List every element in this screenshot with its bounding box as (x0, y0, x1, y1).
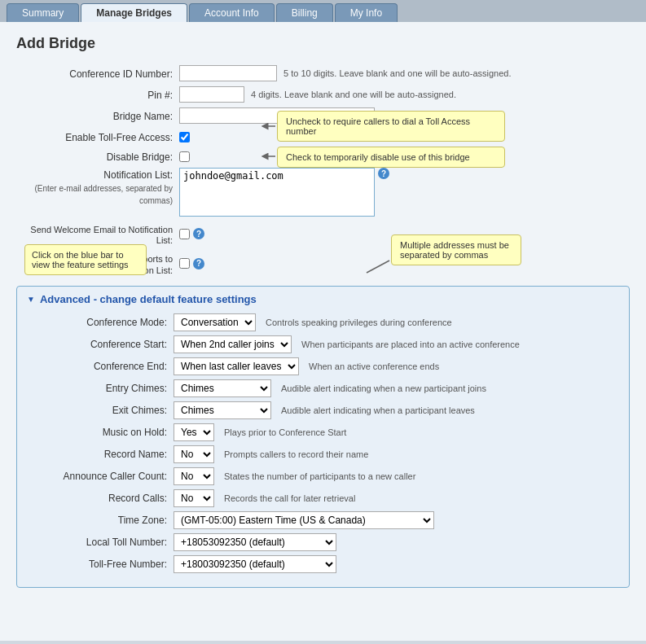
adv-label-7: Announce Caller Count: (27, 471, 174, 482)
adv-hint-5: Plays prior to Conference Start (224, 427, 346, 437)
adv-control-5: YesNoPlays prior to Conference Start (174, 423, 346, 441)
tab-account-info[interactable]: Account Info (189, 3, 275, 22)
pin-row: Pin #: 4 digits. Leave blank and one wil… (16, 86, 630, 103)
adv-hint-7: States the number of participants to a n… (224, 471, 415, 481)
adv-label-5: Music on Hold: (27, 427, 174, 438)
adv-hint-8: Records the call for later retrieval (224, 493, 355, 503)
disable-bridge-label: Disable Bridge: (16, 148, 179, 163)
adv-row-2: Conference End:When last caller leavesMa… (27, 357, 619, 375)
pin-hint: 4 digits. Leave blank and one will be au… (251, 86, 456, 99)
adv-label-6: Record Name: (27, 449, 174, 460)
adv-control-10: +18053092350 (default) (174, 533, 336, 551)
adv-label-2: Conference End: (27, 361, 174, 372)
adv-label-10: Local Toll Number: (27, 537, 174, 548)
tab-summary[interactable]: Summary (7, 3, 79, 22)
adv-select-2[interactable]: When last caller leavesManuallyNever (174, 357, 299, 375)
adv-label-8: Record Calls: (27, 493, 174, 504)
triangle-icon: ▼ (27, 295, 35, 304)
adv-row-3: Entry Chimes:ChimesNoneName AnnounceAudi… (27, 379, 619, 397)
adv-row-7: Announce Caller Count:NoYesStates the nu… (27, 467, 619, 485)
send-conference-help-icon[interactable]: ? (193, 258, 204, 269)
adv-control-9: (GMT-05:00) Eastern Time (US & Canada)(G… (174, 511, 434, 529)
bottom-buttons: Create Bridge Cancel (0, 641, 646, 644)
adv-select-5[interactable]: YesNo (174, 423, 214, 441)
notification-input[interactable]: johndoe@gmail.com (179, 168, 375, 217)
adv-label-9: Time Zone: (27, 515, 174, 526)
tooltip-multiaddr: Multiple addresses must be separated by … (391, 234, 521, 265)
adv-select-6[interactable]: NoYes (174, 445, 214, 463)
adv-hint-1: When participants are placed into an act… (301, 340, 520, 349)
tooltip-disable: Check to temporarily disable use of this… (277, 147, 505, 168)
tab-billing[interactable]: Billing (276, 3, 333, 22)
adv-label-3: Entry Chimes: (27, 383, 174, 394)
adv-row-1: Conference Start:When 2nd caller joinsIm… (27, 335, 619, 353)
adv-row-10: Local Toll Number:+18053092350 (default) (27, 533, 619, 551)
conference-id-row: Conference ID Number: 5 to 10 digits. Le… (16, 65, 630, 81)
send-welcome-label: Send Welcome Email to Notification List: (16, 221, 179, 246)
advanced-title: Advanced - change default feature settin… (40, 293, 257, 305)
conference-id-hint: 5 to 10 digits. Leave blank and one will… (283, 65, 511, 78)
adv-hint-2: When an active conference ends (309, 361, 439, 371)
adv-row-0: Conference Mode:ConversationPresentation… (27, 313, 619, 331)
notification-label: Notification List: (Enter e-mail address… (16, 168, 179, 208)
send-conference-checkbox[interactable] (179, 258, 190, 269)
adv-row-6: Record Name:NoYesPrompts callers to reco… (27, 445, 619, 463)
adv-control-7: NoYesStates the number of participants t… (174, 467, 415, 485)
adv-row-11: Toll-Free Number:+18003092350 (default) (27, 555, 619, 573)
adv-hint-3: Audible alert indicating when a new part… (281, 383, 486, 393)
conference-id-label: Conference ID Number: (16, 65, 179, 80)
tab-manage-bridges[interactable]: Manage Bridges (81, 3, 187, 22)
adv-label-0: Conference Mode: (27, 317, 174, 328)
tab-my-info[interactable]: My Info (335, 3, 398, 22)
adv-control-11: +18003092350 (default) (174, 555, 336, 573)
advanced-header[interactable]: ▼ Advanced - change default feature sett… (27, 293, 619, 305)
adv-label-11: Toll-Free Number: (27, 559, 174, 570)
adv-select-1[interactable]: When 2nd caller joinsImmediatelyManually (174, 335, 292, 353)
adv-select-4[interactable]: ChimesNoneName Announce (174, 401, 271, 419)
send-welcome-help-icon[interactable]: ? (193, 228, 204, 239)
adv-hint-4: Audible alert indicating when a particip… (281, 405, 475, 415)
adv-select-3[interactable]: ChimesNoneName Announce (174, 379, 271, 397)
send-welcome-checkbox[interactable] (179, 229, 190, 239)
adv-row-8: Record Calls:NoYesRecords the call for l… (27, 489, 619, 507)
send-welcome-row: Send Welcome Email to Notification List:… (16, 221, 630, 246)
adv-row-5: Music on Hold:YesNoPlays prior to Confer… (27, 423, 619, 441)
adv-control-0: ConversationPresentationQ&AControls spea… (174, 313, 452, 331)
callout-label: Click on the blue bar to view the featur… (24, 244, 147, 275)
adv-select-8[interactable]: NoYes (174, 489, 214, 507)
conference-id-input[interactable] (179, 65, 277, 81)
adv-control-2: When last caller leavesManuallyNeverWhen… (174, 357, 439, 375)
bridge-name-label: Bridge Name: (16, 107, 179, 122)
notification-row: Notification List: (Enter e-mail address… (16, 168, 630, 217)
adv-control-6: NoYesPrompts callers to record their nam… (174, 445, 368, 463)
advanced-section: ▼ Advanced - change default feature sett… (16, 286, 630, 588)
adv-label-4: Exit Chimes: (27, 405, 174, 416)
adv-select-10[interactable]: +18053092350 (default) (174, 533, 336, 551)
adv-control-3: ChimesNoneName AnnounceAudible alert ind… (174, 379, 486, 397)
main-content: Add Bridge Uncheck to require callers to… (0, 22, 646, 641)
adv-select-7[interactable]: NoYes (174, 467, 214, 485)
pin-label: Pin #: (16, 86, 179, 101)
adv-hint-6: Prompts callers to record their name (224, 449, 368, 459)
adv-control-1: When 2nd caller joinsImmediatelyManually… (174, 335, 520, 353)
top-nav: Summary Manage Bridges Account Info Bill… (0, 0, 646, 22)
adv-control-8: NoYesRecords the call for later retrieva… (174, 489, 355, 507)
notification-help-icon[interactable]: ? (378, 168, 389, 179)
enable-tollfree-checkbox[interactable] (179, 132, 190, 142)
adv-select-0[interactable]: ConversationPresentationQ&A (174, 313, 256, 331)
advanced-rows: Conference Mode:ConversationPresentation… (27, 313, 619, 573)
adv-hint-0: Controls speaking privileges during conf… (266, 318, 452, 327)
adv-row-4: Exit Chimes:ChimesNoneName AnnounceAudib… (27, 401, 619, 419)
adv-row-9: Time Zone:(GMT-05:00) Eastern Time (US &… (27, 511, 619, 529)
adv-control-4: ChimesNoneName AnnounceAudible alert ind… (174, 401, 475, 419)
adv-select-11[interactable]: +18003092350 (default) (174, 555, 336, 573)
page-title: Add Bridge (16, 35, 630, 52)
adv-label-1: Conference Start: (27, 339, 174, 350)
disable-bridge-checkbox[interactable] (179, 151, 190, 162)
enable-tollfree-label: Enable Toll-Free Access: (16, 129, 179, 143)
adv-select-9[interactable]: (GMT-05:00) Eastern Time (US & Canada)(G… (174, 511, 434, 529)
pin-input[interactable] (179, 86, 244, 103)
tooltip-tollfree: Uncheck to require callers to dial a Tol… (277, 111, 505, 142)
